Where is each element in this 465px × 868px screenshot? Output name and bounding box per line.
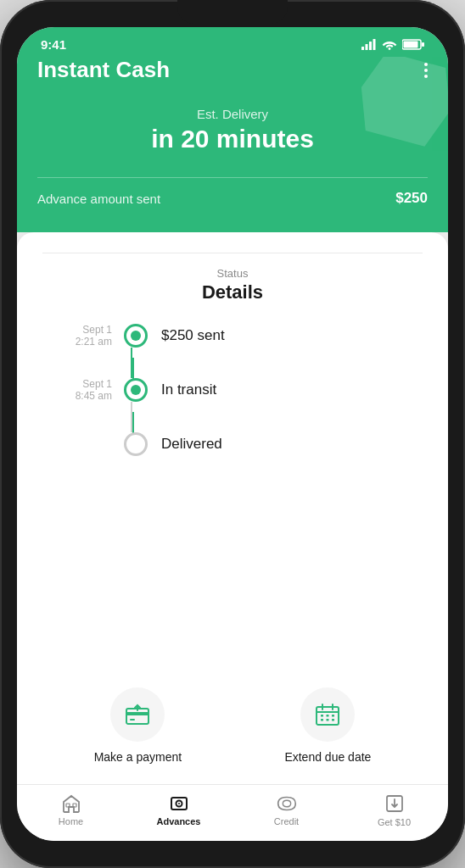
phone-shell: 9:41 bbox=[0, 0, 465, 868]
advance-row: Advance amount sent $250 bbox=[37, 177, 428, 207]
nav-home-label: Home bbox=[59, 816, 83, 826]
timeline-date1-line1: Sept 1 bbox=[51, 324, 112, 336]
nav-get10-label: Get $10 bbox=[378, 817, 411, 827]
calendar-icon bbox=[315, 703, 340, 726]
signal-icon bbox=[361, 39, 377, 50]
wifi-icon bbox=[382, 39, 397, 50]
svg-rect-15 bbox=[327, 715, 329, 717]
bottom-nav: Home Advances Credit bbox=[17, 784, 448, 841]
timeline-text-2: In transit bbox=[161, 381, 216, 398]
svg-rect-21 bbox=[73, 804, 76, 807]
svg-rect-14 bbox=[321, 715, 323, 717]
svg-rect-17 bbox=[321, 719, 323, 721]
svg-rect-16 bbox=[332, 715, 334, 717]
svg-rect-6 bbox=[422, 42, 424, 47]
svg-rect-18 bbox=[327, 719, 329, 721]
svg-point-24 bbox=[178, 803, 180, 804]
timeline-item-sent: Sept 1 2:21 am $250 sent bbox=[51, 324, 423, 348]
nav-advances[interactable]: Advances bbox=[149, 794, 209, 826]
nav-get10[interactable]: Get $10 bbox=[365, 793, 424, 827]
calendar-icon-circle bbox=[300, 687, 355, 742]
timeline-date2-line1: Sept 1 bbox=[51, 378, 112, 390]
timeline: Sept 1 2:21 am $250 sent Sept 1 8:45 am bbox=[42, 324, 423, 456]
timeline-date1-line2: 2:21 am bbox=[51, 336, 112, 348]
app-title: Instant Cash bbox=[37, 57, 170, 83]
battery-icon bbox=[402, 39, 424, 50]
svg-rect-19 bbox=[332, 719, 334, 721]
nav-credit[interactable]: Credit bbox=[257, 794, 317, 826]
timeline-text-1: $250 sent bbox=[161, 327, 225, 344]
header-section: Instant Cash Est. Delivery in 20 minutes… bbox=[17, 57, 448, 232]
svg-rect-0 bbox=[361, 47, 364, 50]
payment-icon-circle bbox=[110, 687, 165, 742]
svg-rect-20 bbox=[66, 804, 70, 807]
timeline-date2-line2: 8:45 am bbox=[51, 390, 112, 402]
advance-label: Advance amount sent bbox=[37, 192, 160, 206]
notch bbox=[177, 0, 288, 24]
watermark-icon bbox=[355, 57, 448, 150]
actions-row: Make a payment bbox=[42, 679, 423, 764]
credit-icon bbox=[275, 794, 299, 813]
timeline-item-delivered: Delivered bbox=[51, 432, 423, 456]
nav-credit-label: Credit bbox=[274, 816, 299, 826]
status-heading: Status Details bbox=[42, 253, 423, 303]
timeline-circle-3 bbox=[124, 432, 148, 456]
svg-rect-9 bbox=[130, 719, 135, 721]
svg-rect-3 bbox=[373, 39, 376, 50]
timeline-text-3: Delivered bbox=[161, 436, 222, 453]
make-payment-label: Make a payment bbox=[94, 750, 182, 764]
get10-icon bbox=[384, 793, 405, 814]
home-icon bbox=[61, 794, 81, 813]
svg-rect-8 bbox=[126, 712, 148, 715]
svg-rect-5 bbox=[404, 42, 418, 48]
make-payment-button[interactable]: Make a payment bbox=[94, 687, 182, 764]
timeline-date-1: Sept 1 2:21 am bbox=[51, 324, 112, 348]
extend-due-date-button[interactable]: Extend due date bbox=[284, 687, 371, 764]
status-icons bbox=[361, 39, 424, 50]
svg-rect-1 bbox=[366, 44, 368, 50]
timeline-circle-1 bbox=[124, 324, 148, 348]
advances-icon bbox=[169, 794, 189, 813]
status-time: 9:41 bbox=[41, 37, 66, 52]
svg-rect-2 bbox=[369, 42, 372, 50]
screen: 9:41 bbox=[17, 27, 448, 841]
card-section: Status Details Sept 1 2:21 am $250 sent bbox=[17, 232, 448, 784]
status-bar: 9:41 bbox=[17, 27, 448, 57]
timeline-date-2: Sept 1 8:45 am bbox=[51, 378, 112, 402]
timeline-circle-2 bbox=[124, 378, 148, 402]
advance-amount: $250 bbox=[395, 190, 428, 207]
nav-home[interactable]: Home bbox=[42, 794, 101, 826]
status-label: Status bbox=[42, 253, 423, 280]
payment-icon bbox=[125, 704, 150, 726]
nav-advances-label: Advances bbox=[157, 816, 201, 826]
details-title: Details bbox=[202, 281, 263, 303]
extend-due-date-label: Extend due date bbox=[284, 750, 371, 764]
timeline-item-transit: Sept 1 8:45 am In transit bbox=[51, 378, 423, 402]
